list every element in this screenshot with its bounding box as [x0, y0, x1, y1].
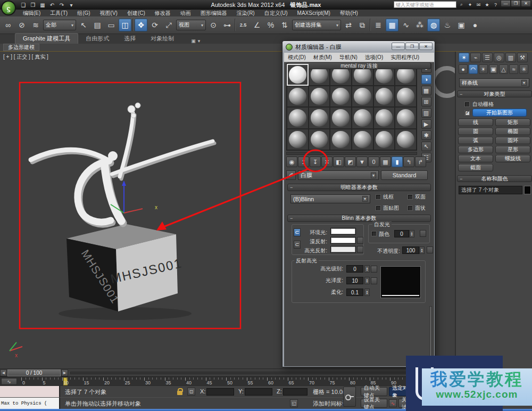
- ngon-button[interactable]: 多边形: [458, 146, 493, 153]
- schematic-view-icon[interactable]: ⁂ ▾: [413, 19, 426, 31]
- quick-access-more-icon[interactable]: ▾: [67, 1, 76, 9]
- y-coordinate-field[interactable]: [245, 388, 272, 396]
- self-illumination-map-button[interactable]: [420, 230, 426, 237]
- ambient-color-swatch[interactable]: [330, 228, 356, 235]
- save-file-icon[interactable]: ▦: [38, 1, 47, 9]
- pick-material-from-object-icon[interactable]: ✐: [286, 170, 296, 180]
- assign-material-to-selection-icon[interactable]: ↧: [310, 157, 321, 167]
- mirror-icon[interactable]: ⇄ ▾: [342, 19, 355, 31]
- x-coordinate-field[interactable]: [206, 388, 234, 396]
- menu-modifiers[interactable]: 修改器: [150, 10, 176, 17]
- help-icon[interactable]: ?: [492, 1, 499, 8]
- line-button[interactable]: 线: [458, 119, 493, 126]
- key-filters-curve-icon[interactable]: ∿: [389, 399, 397, 407]
- background-icon[interactable]: ▦: [421, 86, 431, 95]
- named-selection-sets-dropdown[interactable]: 创建选择集 ▾: [292, 20, 341, 30]
- viewport-label[interactable]: [ + ] [ 正交 ] [ 真实 ]: [3, 53, 48, 61]
- material-editor-options-icon[interactable]: ✱: [421, 130, 431, 140]
- ribbon-minimize-arrow-icon[interactable]: ▾: [198, 38, 201, 44]
- selection-lock-icon[interactable]: [177, 391, 182, 395]
- sample-uv-tiling-icon[interactable]: ⊞: [421, 97, 431, 106]
- object-type-rollout[interactable]: − 对象类型: [457, 91, 532, 97]
- search-icon[interactable]: ⌕: [458, 1, 465, 8]
- highlight-value-field[interactable]: 0: [346, 265, 363, 273]
- new-scene-icon[interactable]: ❑: [19, 1, 28, 9]
- object-color-swatch[interactable]: [524, 186, 531, 194]
- menu-customize[interactable]: 自定义(U): [260, 10, 293, 17]
- select-by-material-icon[interactable]: ↖: [421, 142, 431, 151]
- make-unique-icon[interactable]: ◩: [345, 157, 356, 167]
- curve-editor-icon[interactable]: ∿ ▾: [400, 19, 412, 31]
- sample-slot[interactable]: [330, 107, 352, 129]
- start-new-shape-checkbox[interactable]: [464, 110, 470, 116]
- favorites-icon[interactable]: ★: [484, 1, 491, 8]
- mat-menu-modes[interactable]: 模式(D): [284, 54, 310, 61]
- sample-slot[interactable]: [287, 64, 309, 86]
- menu-help[interactable]: 帮助(H): [335, 10, 363, 17]
- open-file-icon[interactable]: ❒: [29, 1, 37, 9]
- next-frame-icon[interactable]: ►: [61, 369, 68, 376]
- diffuse-map-button[interactable]: [357, 237, 363, 244]
- space-warps-category-icon[interactable]: ≈: [509, 64, 518, 74]
- time-slider-handle[interactable]: 0 / 100: [7, 369, 61, 376]
- video-color-check-icon[interactable]: ▥: [421, 108, 431, 118]
- go-forward-to-sibling-icon[interactable]: ↱: [415, 157, 426, 167]
- opacity-spinner[interactable]: [419, 246, 425, 254]
- sample-slot[interactable]: [395, 86, 417, 108]
- mat-menu-navigation[interactable]: 导航(N): [336, 54, 361, 61]
- select-by-name-icon[interactable]: ▤ ▾: [91, 19, 104, 31]
- select-and-rotate-icon[interactable]: ⟳ ▾: [148, 19, 161, 31]
- sample-slot[interactable]: [373, 129, 395, 151]
- tab-freeform[interactable]: 自由形式: [78, 34, 117, 44]
- modify-tab-icon[interactable]: ⌁: [470, 53, 481, 62]
- restore-button[interactable]: ❐: [511, 0, 521, 7]
- sample-slot[interactable]: [352, 107, 373, 129]
- infocenter-search-input[interactable]: [394, 1, 456, 8]
- sample-slot[interactable]: [309, 107, 330, 129]
- ellipse-button[interactable]: 椭圆: [495, 128, 530, 135]
- show-end-result-icon[interactable]: ▮: [392, 157, 403, 167]
- blinn-basic-parameters-rollout[interactable]: − Blinn 基本参数: [287, 215, 431, 222]
- mat-minimize-button[interactable]: —: [392, 43, 405, 50]
- mat-menu-material[interactable]: 材质(M): [310, 54, 336, 61]
- rendered-frame-window-icon[interactable]: ▣ ▾: [455, 19, 468, 31]
- previous-frame-icon[interactable]: ◄: [0, 369, 7, 376]
- menu-rendering[interactable]: 渲染(R): [232, 10, 260, 17]
- put-material-to-scene-icon[interactable]: ↥: [298, 157, 309, 167]
- polygon-modeling-subtab[interactable]: 多边形建模: [3, 44, 39, 51]
- faceted-checkbox[interactable]: 面状: [408, 204, 437, 212]
- systems-category-icon[interactable]: ✳: [519, 64, 528, 74]
- mat-restore-button[interactable]: ❐: [405, 43, 419, 50]
- shapes-category-icon[interactable]: ◠: [469, 64, 478, 74]
- absolute-offset-toggle-icon[interactable]: ⊡: [187, 388, 195, 396]
- wire-checkbox[interactable]: 线框: [376, 193, 408, 201]
- set-keys-button[interactable]: [343, 387, 356, 407]
- menu-views[interactable]: 视图(V): [95, 10, 122, 17]
- backlight-icon[interactable]: ◑: [421, 75, 431, 84]
- highlight-value-field[interactable]: 10: [346, 277, 363, 284]
- angle-snap-toggle-icon[interactable]: ∠ ▾: [251, 19, 263, 31]
- sample-slot[interactable]: [309, 129, 330, 151]
- rollout-mental-ray-connection[interactable]: + mental ray 连接: [287, 62, 431, 69]
- sample-slot[interactable]: [287, 86, 309, 108]
- select-and-link-icon[interactable]: ∞ ▾: [2, 19, 14, 31]
- rectangle-button[interactable]: 矩形: [495, 119, 530, 126]
- tab-selection[interactable]: 选择: [117, 34, 143, 44]
- arc-button[interactable]: 弧: [458, 137, 493, 144]
- highlight-map-button[interactable]: [371, 266, 377, 273]
- display-tab-icon[interactable]: ▥: [505, 53, 516, 62]
- snaps-toggle-icon[interactable]: 2.5 ▾: [237, 19, 250, 31]
- select-and-move-icon[interactable]: ✥ ▾: [135, 19, 147, 31]
- selection-filter-dropdown[interactable]: 全部 ▾: [43, 20, 76, 30]
- menu-edit[interactable]: 编辑(E): [18, 10, 45, 17]
- menu-group[interactable]: 组(G): [72, 10, 95, 17]
- highlight-spinner[interactable]: [364, 265, 370, 273]
- highlight-map-button[interactable]: [371, 277, 377, 284]
- sample-slot[interactable]: [373, 107, 395, 129]
- undo-icon[interactable]: ↶: [48, 1, 56, 9]
- helpers-category-icon[interactable]: △: [499, 64, 508, 74]
- rollout-scrollbar[interactable]: [429, 306, 432, 364]
- shader-type-dropdown[interactable]: (B)Blinn ▾: [290, 194, 370, 203]
- menu-create[interactable]: 创建(C): [122, 10, 150, 17]
- sample-slot[interactable]: [287, 107, 309, 129]
